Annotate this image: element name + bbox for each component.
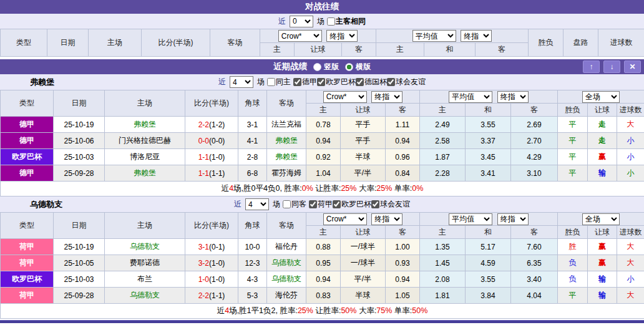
league-checkbox-input[interactable] — [356, 78, 364, 86]
league-checkbox-input[interactable] — [333, 200, 341, 208]
avg-away: 2.70 — [511, 133, 558, 149]
recent-rounds-select[interactable]: 4 — [230, 76, 253, 88]
final-odds-select[interactable]: 终指 — [371, 91, 402, 103]
col-away: 客场 — [267, 213, 306, 239]
same-venue-checkbox[interactable]: 主客相同 — [327, 16, 366, 27]
home-team: 弗赖堡 — [105, 117, 185, 133]
league-checkbox[interactable]: 欧罗巴杯 — [317, 77, 356, 87]
avg-away: 4.29 — [511, 149, 558, 165]
recent-results-table: 类型 日期 主场 比分(半场) 角球 客场 Crow* 终指 平均值 终指 — [0, 212, 644, 319]
match-date: 25-09-28 — [54, 165, 105, 182]
handicap-result-badge: 输 — [588, 271, 617, 288]
same-side-checkbox-input[interactable] — [267, 78, 275, 86]
col-type: 类型 — [1, 29, 47, 57]
sub-col-a: 客 — [476, 43, 529, 57]
same-side-checkbox[interactable]: 同客 — [283, 199, 306, 210]
col-score: 比分(半场) — [185, 213, 238, 239]
corner-score: 10-0 — [238, 239, 267, 255]
league-checkbox-input[interactable] — [371, 200, 379, 208]
match-date: 25-09-28 — [54, 288, 105, 304]
near-label: 近 — [234, 199, 242, 210]
recent-rounds-select[interactable]: 4 — [245, 198, 269, 210]
corner-score: 12-3 — [238, 255, 267, 271]
sub-col-h: 主 — [376, 43, 424, 57]
league-checkbox[interactable]: 欧罗巴杯 — [333, 199, 371, 210]
avg-odds-select[interactable]: 平均值 — [449, 213, 492, 225]
league-checkbox[interactable]: 荷甲 — [309, 199, 333, 210]
league-checkbox-input[interactable] — [293, 78, 301, 86]
layout-vertical-radio[interactable]: 竖版 — [313, 62, 339, 72]
same-venue-checkbox-input[interactable] — [327, 17, 335, 26]
league-checkbox-input[interactable] — [309, 200, 317, 208]
col-away: 客场 — [210, 29, 260, 57]
match-date: 25-10-05 — [54, 255, 105, 271]
avg-odds-select[interactable]: 平均值 — [412, 30, 456, 42]
result-badge: 平 — [558, 117, 588, 133]
league-badge: 德甲 — [1, 165, 54, 182]
league-checkbox[interactable]: 球会友谊 — [387, 77, 426, 87]
league-label: 球会友谊 — [380, 199, 410, 210]
odds-group-header: Crow* 终指 — [260, 29, 376, 43]
league-checkbox[interactable]: 德国杯 — [356, 77, 387, 87]
near-label: 近 — [278, 16, 286, 27]
avg-away: 7.60 — [511, 239, 558, 255]
odds-home: 1.04 — [306, 165, 341, 182]
handicap-result-badge: 赢 — [588, 255, 617, 271]
away-team: 海伦芬 — [267, 288, 306, 304]
odds-handicap: 一/球半 — [341, 239, 386, 255]
home-team: 门兴格拉德巴赫 — [105, 133, 185, 149]
away-team: 福伦丹 — [267, 239, 306, 255]
col-home: 主场 — [105, 213, 185, 239]
league-checkbox-input[interactable] — [317, 78, 325, 86]
same-venue-label: 主客相同 — [336, 16, 366, 27]
sub-col-away: 客 — [386, 104, 420, 117]
odds-provider-select[interactable]: Crow* — [278, 30, 322, 42]
unit-label: 场 — [273, 199, 280, 210]
handicap-result-badge: 赢 — [588, 239, 617, 255]
odds-provider-select[interactable]: Crow* — [323, 213, 367, 225]
odds-home: 0.78 — [306, 117, 341, 133]
handicap-result-badge: 输 — [588, 165, 617, 182]
odds-away: 0.94 — [386, 133, 420, 149]
full-time-select[interactable]: 全场 — [582, 91, 620, 103]
final-odds-select[interactable]: 终指 — [326, 30, 358, 42]
final-odds-select[interactable]: 终指 — [371, 213, 402, 225]
close-button[interactable]: ✕ — [624, 61, 641, 73]
sub-col-d: 和 — [466, 104, 511, 117]
result-badge: 平 — [558, 165, 588, 182]
league-checkbox-input[interactable] — [387, 78, 395, 86]
h2h-rounds-select[interactable]: 0 — [290, 16, 313, 27]
match-date: 25-10-06 — [54, 133, 105, 149]
h2h-table: 类型 日期 主场 比分(半场) 客场 Crow* 终指 平均值 终指 胜负 盘路… — [0, 29, 644, 57]
league-badge: 欧罗巴杯 — [1, 149, 54, 165]
sub-col-handicap: 让球 — [295, 43, 342, 57]
avg-home: 1.81 — [420, 288, 466, 304]
league-checkbox[interactable]: 德甲 — [293, 77, 317, 87]
league-filters: 荷甲欧罗巴杯球会友谊 — [309, 199, 410, 210]
sub-col-a: 客 — [511, 226, 558, 239]
team-filter-row: 弗赖堡 近 4 场 同主 德甲欧罗巴杯德国杯球会友谊 — [0, 74, 644, 90]
same-side-checkbox-input[interactable] — [283, 200, 291, 208]
home-team: 乌德勒支 — [105, 288, 185, 304]
avg-home: 1.35 — [420, 239, 466, 255]
col-handicap-path: 盘路 — [564, 29, 598, 57]
full-time-select[interactable]: 全场 — [582, 213, 620, 225]
avg-odds-select[interactable]: 平均值 — [449, 91, 492, 103]
odds-handicap: 平/半 — [341, 165, 386, 182]
odds-provider-select[interactable]: Crow* — [323, 91, 367, 103]
league-label: 欧罗巴杯 — [341, 199, 371, 210]
move-down-button[interactable]: ↓ — [603, 61, 620, 73]
same-side-checkbox[interactable]: 同主 — [267, 77, 291, 87]
avg-away: 2.69 — [511, 117, 558, 133]
league-checkbox[interactable]: 球会友谊 — [371, 199, 410, 210]
same-side-label: 同主 — [276, 77, 291, 87]
h2h-title-bar: 对战往绩 — [0, 0, 644, 14]
unit-label: 场 — [257, 77, 265, 87]
final-avg-select[interactable]: 终指 — [497, 213, 529, 225]
match-date: 25-10-19 — [54, 117, 105, 133]
layout-horizontal-radio[interactable]: 横版 — [345, 62, 371, 72]
move-up-button[interactable]: ↑ — [583, 61, 600, 73]
corner-score: 5-3 — [238, 288, 267, 304]
final-avg-select[interactable]: 终指 — [461, 30, 492, 42]
final-avg-select[interactable]: 终指 — [497, 91, 529, 103]
